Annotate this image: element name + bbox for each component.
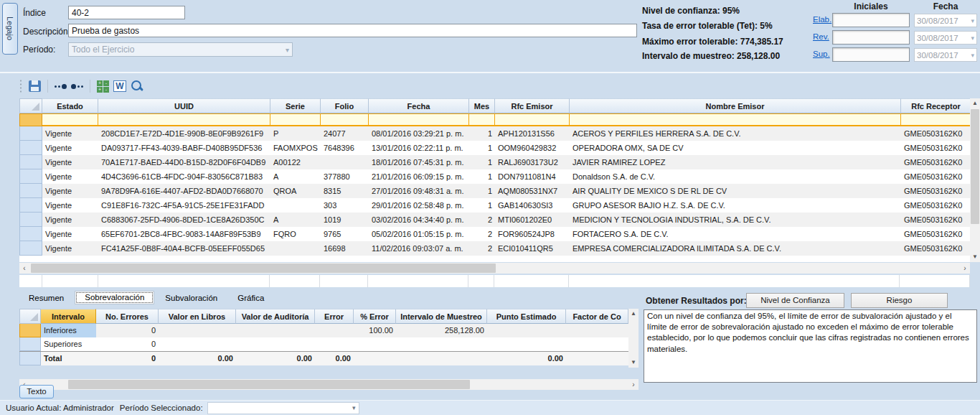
column-header-valor-en-libros[interactable]: Valor en Libros	[159, 309, 236, 324]
cell: AIR QUALITY DE MEXICO S DE RL DE CV	[570, 184, 901, 198]
scroll-up-icon[interactable]: ▲	[628, 309, 639, 319]
export-excel-button[interactable]: +-+-	[95, 78, 111, 94]
table-row[interactable]: VigenteDA093717-FF43-4039-BABF-D408B95DF…	[19, 141, 980, 155]
tab-resumen[interactable]: Resumen	[19, 292, 73, 304]
column-header-punto-estimado[interactable]: Punto Estimado	[487, 309, 566, 324]
cell: 0	[96, 324, 159, 337]
riesgo-button[interactable]: Riesgo	[851, 293, 948, 308]
table-row[interactable]: VigenteFC41A25F-0B8F-40A4-BCFB-05EEFF055…	[19, 241, 980, 256]
filter-cell[interactable]	[369, 113, 469, 126]
conclusion-textbox[interactable]: Con un nivel de confianza del 95%, el lí…	[644, 309, 977, 383]
elab-date-select[interactable]: 30/08/2017 ▾	[914, 14, 977, 27]
filter-cell[interactable]	[321, 113, 369, 126]
toolbar-drag-handle-icon[interactable]	[19, 79, 22, 93]
row-marker[interactable]	[19, 213, 42, 227]
column-header-nombre-emisor[interactable]: Nombre Emisor	[570, 98, 901, 113]
filter-cell[interactable]	[469, 113, 495, 126]
filter-cell[interactable]	[270, 113, 321, 126]
table-row[interactable]: Vigente4D4C3696-61CB-4FDC-904F-83056C871…	[19, 169, 980, 184]
tab-subvaloracion[interactable]: Subvaloración	[156, 292, 227, 304]
row-marker[interactable]	[19, 198, 42, 213]
scroll-up-icon[interactable]: ▲	[970, 98, 980, 108]
column-header--error[interactable]: % Error	[354, 309, 396, 324]
column-header-valor-de-auditor-a[interactable]: Valor de Auditoría	[236, 309, 315, 324]
column-header-error[interactable]: Error	[315, 309, 354, 324]
results-grid-hscrollbar[interactable]: ‹ ›	[19, 379, 639, 390]
filter-cell[interactable]	[570, 113, 901, 126]
invoice-grid-vscrollbar[interactable]: ▲ ▼	[970, 98, 980, 262]
rev-initials-input[interactable]	[832, 30, 910, 45]
periodo-seleccionado-select[interactable]: ▾	[207, 402, 359, 414]
row-marker[interactable]	[19, 169, 42, 184]
descripcion-input[interactable]	[68, 24, 637, 37]
search-button[interactable]	[128, 78, 146, 94]
cell: JAVIER RAMIREZ LOPEZ	[570, 155, 901, 169]
invoice-grid-hscrollbar[interactable]: ‹ ›	[19, 263, 970, 274]
table-row[interactable]: Vigente70A1E717-BAED-44D0-B15D-82D0F6F04…	[19, 155, 980, 169]
elab-link[interactable]: Elab.	[813, 15, 831, 24]
table-row[interactable]: Inferiores0100.00258,128.00	[19, 324, 628, 337]
table-row[interactable]: Total00.000.000.000.00	[19, 351, 628, 365]
filter-row-marker[interactable]	[19, 113, 42, 126]
column-header-intervalo-de-muestreo[interactable]: Intervalo de Muestreo	[396, 309, 487, 324]
filter-cell[interactable]	[495, 113, 570, 126]
row-marker[interactable]	[19, 155, 42, 169]
sup-initials-input[interactable]	[832, 47, 910, 62]
table-row[interactable]: Vigente65EF6701-2BC8-4FBC-9083-14A8F89F5…	[19, 227, 980, 241]
save-button[interactable]	[27, 78, 43, 94]
column-header-mes[interactable]: Mes	[469, 98, 495, 113]
row-marker[interactable]	[19, 324, 41, 337]
column-header-serie[interactable]: Serie	[270, 98, 321, 113]
table-row[interactable]: VigenteC6883067-25FD-4906-8DED-1CE8A26D3…	[19, 213, 980, 227]
scroll-right-icon[interactable]: ›	[960, 263, 970, 274]
results-grid-vscrollbar[interactable]: ▲ ▼	[628, 309, 639, 368]
column-header-fecha[interactable]: Fecha	[369, 98, 469, 113]
row-marker[interactable]	[19, 337, 41, 351]
row-marker[interactable]	[19, 141, 42, 155]
export-word-button[interactable]: W	[111, 78, 128, 94]
elab-initials-input[interactable]	[832, 13, 910, 27]
legajo-tab[interactable]: Legajo	[2, 3, 18, 55]
sup-link[interactable]: Sup.	[813, 50, 830, 58]
grid-corner-cell[interactable]	[19, 309, 41, 324]
scroll-right-icon[interactable]: ›	[628, 379, 639, 390]
collapse-columns-button[interactable]	[52, 78, 69, 94]
tab-grafica[interactable]: Gráfica	[228, 292, 273, 304]
sup-date-select[interactable]: 30/08/2017 ▾	[914, 48, 977, 62]
rev-link[interactable]: Rev.	[813, 32, 829, 41]
column-header-uuid[interactable]: UUID	[98, 98, 270, 113]
texto-button[interactable]: Texto	[19, 385, 54, 398]
scroll-left-icon[interactable]: ‹	[19, 263, 29, 274]
nivel-confianza-button[interactable]: Nivel de Confianza	[746, 293, 844, 308]
row-marker[interactable]	[19, 184, 42, 198]
filter-cell[interactable]	[901, 113, 971, 126]
filter-cell[interactable]	[98, 113, 270, 126]
table-row[interactable]: VigenteC91E8F16-732C-4F5A-91C5-25E1FE31F…	[19, 198, 980, 213]
column-header-rfc-receptor[interactable]: Rfc Receptor	[901, 98, 971, 113]
cell	[396, 337, 487, 351]
indice-input[interactable]	[68, 6, 185, 19]
grid-corner-cell[interactable]	[19, 98, 42, 113]
row-marker[interactable]	[19, 227, 42, 241]
column-header-factor-de-co[interactable]: Factor de Co	[566, 309, 628, 324]
results-tabstrip: Resumen Sobrevaloración Subvaloración Gr…	[19, 289, 275, 304]
scroll-down-icon[interactable]: ▼	[628, 358, 639, 368]
expand-columns-button[interactable]	[69, 78, 85, 94]
table-row[interactable]: Vigente9A78D9FA-616E-4407-AFD2-BDA0D7668…	[19, 184, 980, 198]
tab-sobrevaloracion[interactable]: Sobrevaloración	[75, 291, 154, 304]
table-row[interactable]: Superiores0	[19, 337, 628, 351]
column-header-estado[interactable]: Estado	[42, 98, 98, 113]
scroll-down-icon[interactable]: ▼	[970, 252, 980, 262]
column-header-no-errores[interactable]: No. Errores	[96, 309, 159, 324]
row-marker[interactable]	[19, 241, 42, 256]
column-header-intervalo[interactable]: Intervalo	[41, 309, 96, 324]
column-header-folio[interactable]: Folio	[321, 98, 369, 113]
periodo-select[interactable]: Todo el Ejercicio ▾	[68, 42, 293, 57]
column-header-rfc-emisor[interactable]: Rfc Emisor	[495, 98, 570, 113]
rev-date-select[interactable]: 30/08/2017 ▾	[914, 31, 977, 45]
row-marker[interactable]	[19, 352, 41, 365]
results-grid: IntervaloNo. ErroresValor en LibrosValor…	[19, 309, 628, 365]
row-marker[interactable]	[19, 126, 42, 141]
table-row[interactable]: Vigente208CD1E7-E72D-4D1E-990B-8E0F9B926…	[19, 126, 980, 141]
filter-cell[interactable]	[42, 113, 98, 126]
